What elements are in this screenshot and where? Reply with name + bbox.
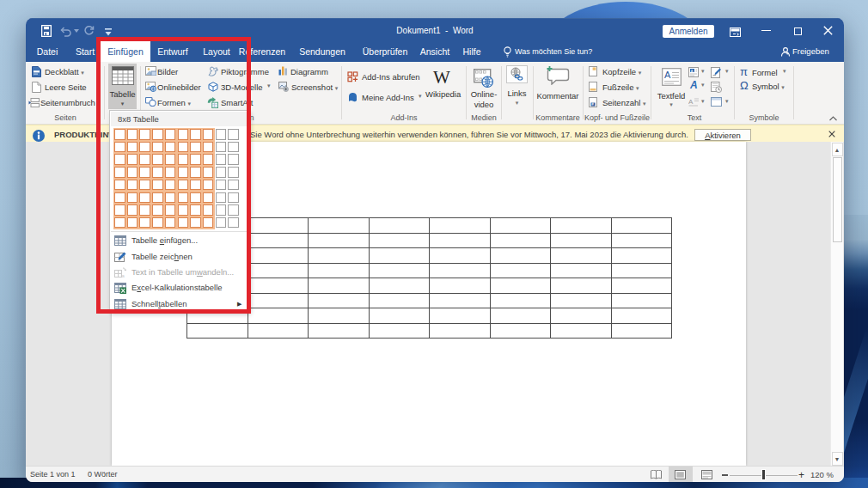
svg-text:A: A <box>664 70 671 80</box>
svg-text:A: A <box>691 70 694 73</box>
svg-text:A: A <box>688 98 694 106</box>
